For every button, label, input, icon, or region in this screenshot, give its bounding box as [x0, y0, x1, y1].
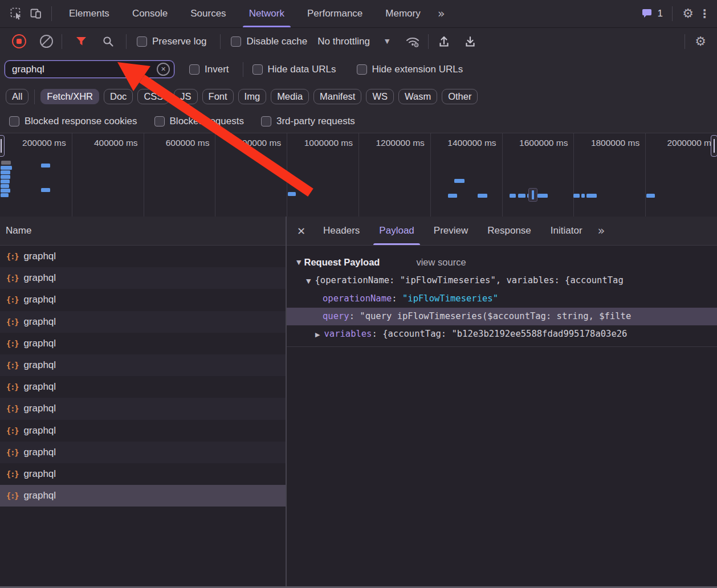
tab-memory[interactable]: Memory [374, 0, 431, 27]
json-request-icon: {:} [6, 317, 18, 326]
more-tabs-icon[interactable]: » [432, 7, 449, 21]
chip-ws[interactable]: WS [366, 89, 394, 104]
close-detail-icon[interactable]: ✕ [287, 225, 313, 237]
export-har-icon[interactable] [461, 32, 480, 51]
request-row[interactable]: {:}graphql [0, 398, 286, 419]
chip-media[interactable]: Media [271, 89, 309, 104]
detail-tab-payload[interactable]: Payload [369, 217, 423, 245]
tab-network[interactable]: Network [238, 0, 296, 27]
waterfall-bar [41, 188, 50, 192]
network-conditions-icon[interactable] [403, 32, 422, 51]
hide-extension-urls-checkbox[interactable]: Hide extension URLs [357, 64, 463, 75]
expander-open-icon[interactable]: ▼ [306, 277, 311, 285]
throttling-dropdown[interactable]: No throttling ▼ [317, 36, 389, 47]
payload-row-query[interactable]: query: "query ipFlowTimeseries($accountT… [287, 308, 717, 325]
request-payload-section[interactable]: ▼ Request Payload view source [287, 253, 717, 271]
kebab-menu-icon[interactable]: ⋮ [698, 4, 711, 23]
filter-funnel-icon[interactable] [71, 32, 91, 51]
checkbox[interactable] [357, 64, 367, 75]
network-settings-gear-icon[interactable]: ⚙ [691, 32, 710, 51]
issues-count[interactable]: 1 [658, 8, 663, 19]
search-icon[interactable] [99, 32, 118, 51]
blocked-requests-checkbox[interactable]: Blocked requests [154, 116, 244, 127]
3rd-party-requests-checkbox[interactable]: 3rd-party requests [261, 116, 355, 127]
request-row[interactable]: {:}graphql [0, 289, 286, 311]
request-row[interactable]: {:}graphql [0, 333, 286, 354]
checkbox[interactable] [189, 64, 199, 75]
chip-manifest[interactable]: Manifest [313, 89, 361, 104]
collapse-triangle-icon[interactable]: ▼ [296, 259, 301, 266]
request-row[interactable]: {:}graphql [0, 354, 286, 376]
request-row[interactable]: {:}graphql [0, 376, 286, 398]
checkbox[interactable] [252, 64, 263, 75]
overview-right-grip[interactable] [711, 135, 717, 157]
checkbox[interactable] [154, 116, 165, 126]
chip-fetch-xhr[interactable]: Fetch/XHR [40, 89, 99, 104]
settings-gear-icon[interactable]: ⚙ [678, 4, 698, 23]
request-row[interactable]: {:}graphql [0, 267, 286, 289]
disable-cache-checkbox[interactable]: Disable cache [231, 36, 307, 47]
request-row[interactable]: {:}graphql [0, 246, 286, 267]
waterfall-bar [518, 194, 525, 198]
payload-row-operationName[interactable]: operationName: "ipFlowTimeseries" [287, 290, 717, 308]
view-source-link[interactable]: view source [416, 257, 466, 268]
chip-all[interactable]: All [6, 89, 28, 104]
request-row[interactable]: {:}graphql [0, 463, 286, 485]
tab-sources[interactable]: Sources [179, 0, 237, 27]
json-request-icon: {:} [6, 448, 18, 457]
checkbox[interactable] [261, 116, 271, 126]
timeline-column: 200000 ms [0, 133, 72, 217]
chip-font[interactable]: Font [202, 89, 234, 104]
checkbox[interactable] [231, 36, 241, 47]
name-column-header[interactable]: Name [0, 217, 286, 246]
invert-checkbox[interactable]: Invert [189, 64, 229, 75]
clear-network-log-icon[interactable] [36, 32, 56, 51]
checkbox[interactable] [9, 116, 19, 126]
detail-tab-headers[interactable]: Headers [313, 217, 369, 245]
waterfall-bar [1, 189, 10, 193]
request-name: graphql [23, 468, 56, 480]
request-row[interactable]: {:}graphql [0, 442, 286, 463]
record-network-log-icon[interactable] [9, 32, 28, 51]
hide-extension-urls-label: Hide extension URLs [372, 64, 463, 75]
inspect-element-icon[interactable] [7, 4, 26, 23]
payload-row-variables[interactable]: ▶variables: {accountTag: "b12e3b2192ee55… [287, 325, 717, 343]
network-overview-timeline[interactable]: 200000 ms400000 ms600000 ms800000 ms1000… [0, 133, 717, 217]
filter-input[interactable] [5, 64, 157, 75]
issues-icon[interactable] [641, 4, 654, 23]
divider [685, 34, 685, 49]
chip-doc[interactable]: Doc [104, 89, 133, 104]
chip-img[interactable]: Img [238, 89, 267, 104]
chip-other[interactable]: Other [442, 89, 478, 104]
payload-value: {accountTag: "b12e3b2192ee5588fdad995178… [382, 329, 627, 339]
tab-elements[interactable]: Elements [58, 0, 121, 27]
detail-tab-preview[interactable]: Preview [424, 217, 478, 245]
detail-tab-response[interactable]: Response [478, 217, 541, 245]
waterfall-bar [1, 179, 10, 183]
clear-filter-icon[interactable]: ✕ [157, 63, 170, 76]
hide-data-urls-checkbox[interactable]: Hide data URLs [252, 64, 336, 75]
preserve-log-checkbox[interactable]: Preserve log [137, 36, 206, 47]
import-har-icon[interactable] [434, 32, 454, 51]
tab-performance[interactable]: Performance [296, 0, 374, 27]
chip-wasm[interactable]: Wasm [398, 89, 437, 104]
request-row[interactable]: {:}graphql [0, 420, 286, 442]
chip-js[interactable]: JS [174, 89, 197, 104]
checkbox[interactable] [137, 36, 147, 47]
expander-closed-icon[interactable]: ▶ [315, 331, 320, 338]
overview-left-grip[interactable] [0, 135, 5, 157]
waterfall-bar [41, 164, 50, 168]
filter-input-box[interactable]: ✕ [5, 60, 174, 78]
payload-preview-row[interactable]: ▼{operationName: "ipFlowTimeseries", var… [287, 271, 717, 290]
tab-console[interactable]: Console [121, 0, 179, 27]
detail-more-tabs-icon[interactable]: » [592, 224, 609, 238]
request-row[interactable]: {:}graphql [0, 311, 286, 333]
blocked-response-cookies-checkbox[interactable]: Blocked response cookies [9, 116, 137, 127]
request-row[interactable]: {:}graphql [0, 485, 286, 507]
device-toolbar-icon[interactable] [26, 4, 46, 23]
checkbox-label: 3rd-party requests [276, 116, 355, 127]
request-name: graphql [23, 294, 56, 305]
detail-tab-initiator[interactable]: Initiator [541, 217, 592, 245]
chip-css[interactable]: CSS [137, 89, 169, 104]
payload-punct: : [349, 311, 360, 321]
